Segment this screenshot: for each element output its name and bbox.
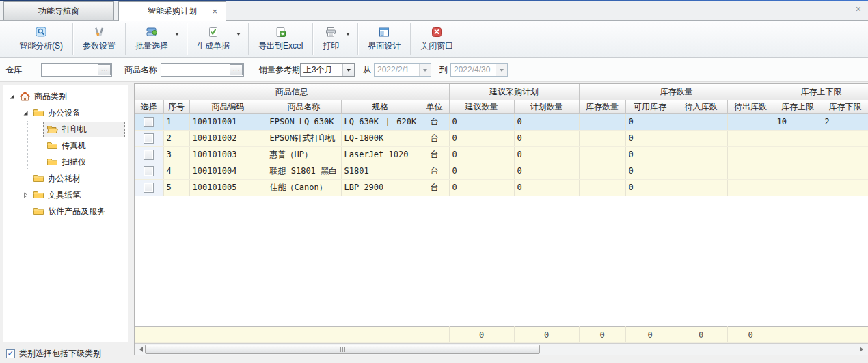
column-header-stock-qty[interactable]: 库存数量 <box>579 100 625 113</box>
product-name-input[interactable]: ··· <box>161 63 244 77</box>
row-checkbox[interactable] <box>144 150 154 160</box>
cell-inbound <box>675 130 727 146</box>
cell-outbound <box>727 146 774 163</box>
cell-plan[interactable]: 0 <box>514 146 579 163</box>
dropdown-arrow-icon[interactable] <box>175 33 179 38</box>
tree-item-software-products[interactable]: 软件产品及服务 <box>21 203 128 219</box>
include-subcategory-checkbox[interactable]: ✓ <box>6 349 15 358</box>
cell-plan[interactable]: 0 <box>514 179 579 196</box>
export-excel-button[interactable]: 导出到Excel <box>251 21 310 57</box>
dropdown-arrow-icon[interactable] <box>236 33 241 38</box>
period-select[interactable]: 上3个月 <box>300 63 355 77</box>
product-name-label: 商品名称 <box>124 64 157 76</box>
column-header-unit[interactable]: 单位 <box>420 100 449 113</box>
column-header-select[interactable]: 选择 <box>135 100 163 113</box>
to-date-input[interactable]: 2022/4/30 <box>450 63 508 77</box>
toolbar-separator <box>357 23 358 55</box>
scrollbar-thumb[interactable] <box>145 345 540 354</box>
column-header-code[interactable]: 商品编码 <box>189 100 267 113</box>
scroll-left-arrow[interactable] <box>135 344 145 355</box>
ui-design-button[interactable]: 界面设计 <box>360 21 408 57</box>
horizontal-scrollbar[interactable] <box>135 343 868 355</box>
column-header-inbound[interactable]: 待入库数 <box>675 100 727 113</box>
column-header-lower-limit[interactable]: 库存下限 <box>822 100 868 113</box>
column-header-suggest-qty[interactable]: 建议数量 <box>449 100 514 113</box>
column-header-outbound[interactable]: 待出库数 <box>727 100 774 113</box>
row-checkbox[interactable] <box>144 166 154 176</box>
tree-item-scanner[interactable]: 扫描仪 <box>35 154 128 170</box>
tree-item-label: 文具纸笔 <box>48 189 81 201</box>
export-excel-icon <box>275 27 287 38</box>
settings-icon <box>93 27 105 38</box>
dropdown-arrow-icon[interactable] <box>346 33 350 38</box>
tree-item-office-supplies[interactable]: 办公耗材 <box>21 170 128 187</box>
tab-function-nav[interactable]: 功能导航窗 <box>3 1 114 20</box>
close-window-button[interactable]: 关闭窗口 <box>413 21 461 57</box>
cell-plan[interactable]: 0 <box>514 130 579 146</box>
cell-plan[interactable]: 0 <box>514 113 579 130</box>
tab-close-icon[interactable]: × <box>212 7 217 16</box>
tree-item-fax[interactable]: 传真机 <box>35 137 128 154</box>
cell-select <box>135 163 163 179</box>
totals-spacer <box>774 327 822 343</box>
cell-unit: 台 <box>420 113 449 130</box>
tab-smart-purchase-plan[interactable]: 智能采购计划 × <box>118 1 226 21</box>
column-header-name[interactable]: 商品名称 <box>267 100 341 113</box>
generate-document-button[interactable]: 生成单据 <box>189 21 246 57</box>
column-header-seq[interactable]: 序号 <box>163 100 189 113</box>
warehouse-input[interactable]: ··· <box>41 63 112 77</box>
analyze-icon <box>35 27 47 38</box>
parameter-settings-button[interactable]: 参数设置 <box>75 21 123 57</box>
folder-icon <box>33 190 44 200</box>
row-checkbox[interactable] <box>144 133 154 144</box>
warehouse-value <box>42 64 97 76</box>
row-checkbox[interactable] <box>144 117 154 127</box>
main-content: 商品类别 办公设备 <box>0 82 868 363</box>
tree-item-printer[interactable]: 打印机 <box>35 121 128 137</box>
from-date-input[interactable]: 2022/2/1 <box>374 63 431 77</box>
date-dropdown-button[interactable] <box>419 64 431 76</box>
cell-spec: LQ-1800K <box>341 130 420 146</box>
scroll-right-arrow[interactable] <box>858 344 868 355</box>
tree-item-label: 传真机 <box>62 140 86 152</box>
cell-plan[interactable]: 0 <box>514 163 579 179</box>
toolbar-grip[interactable] <box>5 25 8 53</box>
tree-item-office-equipment[interactable]: 办公设备 <box>21 105 128 121</box>
batch-select-button[interactable]: 批量选择 <box>128 21 185 57</box>
table-row[interactable]: 5 100101005 佳能（Canon） LBP 2900 台 0 0 0 <box>135 179 868 196</box>
cell-spec: LaserJet 1020 <box>341 146 420 163</box>
print-button[interactable]: 打印 <box>315 21 355 57</box>
cell-select <box>135 179 163 196</box>
group-header-stock-limits: 库存上下限 <box>774 84 868 100</box>
table-row[interactable]: 3 100101003 惠普（HP） LaserJet 1020 台 0 0 0 <box>135 146 868 163</box>
button-label: 关闭窗口 <box>420 40 453 52</box>
column-header-available[interactable]: 可用库存 <box>625 100 675 113</box>
expanded-icon[interactable] <box>21 110 29 116</box>
product-name-value <box>161 64 229 76</box>
product-browse-button[interactable]: ··· <box>230 64 243 75</box>
cell-stock <box>579 163 625 179</box>
column-header-upper-limit[interactable]: 库存上限 <box>774 100 822 113</box>
cell-select <box>135 146 163 163</box>
combo-dropdown-button[interactable] <box>342 64 354 76</box>
table-row[interactable]: 4 100101004 联想 S1801 黑白 S1801 台 0 0 0 <box>135 163 868 179</box>
period-value: 上3个月 <box>301 64 342 76</box>
cell-available: 0 <box>625 130 675 146</box>
cell-lower <box>822 130 868 146</box>
cell-seq: 5 <box>163 179 189 196</box>
tree-item-category-root[interactable]: 商品类别 <box>8 88 128 105</box>
row-checkbox[interactable] <box>144 183 154 193</box>
column-header-spec[interactable]: 规格 <box>341 100 420 113</box>
tabstrip-close-icon[interactable]: × <box>856 4 861 14</box>
table-row[interactable]: 2 100101002 EPSON针式打印机 LQ-1800K 台 0 0 0 <box>135 130 868 146</box>
date-dropdown-button[interactable] <box>496 64 507 76</box>
expanded-icon[interactable] <box>8 94 16 100</box>
collapsed-icon[interactable] <box>21 192 29 198</box>
tree-item-stationery[interactable]: 文具纸笔 <box>21 187 128 203</box>
cell-lower <box>822 179 868 196</box>
warehouse-browse-button[interactable]: ··· <box>98 64 111 75</box>
grid-table: 商品信息 建议采购计划 库存数量 库存上下限 选择 序号 商品编码 商品名称 规… <box>135 84 868 196</box>
table-row[interactable]: 1 100101001 EPSON LQ-630K LQ-630K ｜ 620K… <box>135 113 868 130</box>
column-header-plan-qty[interactable]: 计划数量 <box>514 100 579 113</box>
smart-analyze-button[interactable]: 智能分析(S) <box>12 21 70 57</box>
